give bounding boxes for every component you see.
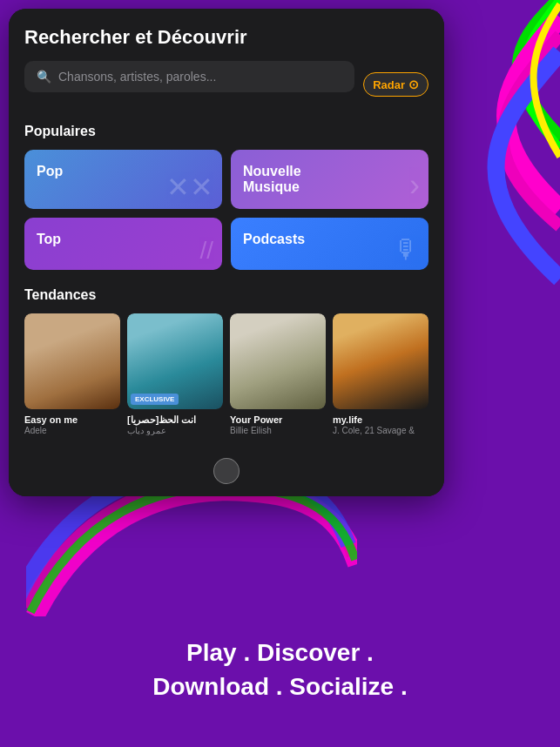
tagline-line1: Play . Discover . bbox=[35, 636, 525, 670]
trend-thumb-easy-on-me bbox=[24, 313, 120, 409]
trend-artist-easy-on-me: Adele bbox=[24, 426, 120, 435]
trend-thumb-arabic: EXCLUSIVE bbox=[127, 313, 223, 409]
trending-grid: Easy on me Adele EXCLUSIVE انت الحظ[حصري… bbox=[24, 313, 428, 435]
nouvelle-icon: › bbox=[409, 167, 420, 204]
radar-button[interactable]: Radar ⊙ bbox=[363, 72, 428, 97]
trend-item-easy-on-me[interactable]: Easy on me Adele bbox=[24, 313, 120, 435]
search-placeholder: Chansons, artistes, paroles... bbox=[58, 70, 342, 84]
genre-podcasts-label: Podcasts bbox=[243, 232, 305, 247]
device-screen: Rechercher et Découvrir 🔍 Chansons, arti… bbox=[9, 9, 444, 496]
device-frame: Rechercher et Découvrir 🔍 Chansons, arti… bbox=[9, 9, 444, 496]
genre-top-label: Top bbox=[37, 232, 61, 247]
home-button[interactable] bbox=[213, 458, 240, 484]
trends-section-title: Tendances bbox=[24, 287, 428, 303]
radar-label: Radar bbox=[373, 78, 405, 91]
search-icon: 🔍 bbox=[37, 70, 51, 84]
genre-pop-label: Pop bbox=[37, 164, 63, 179]
trend-item-arabic[interactable]: EXCLUSIVE انت الحظ[حصريا] عمرو دياب bbox=[127, 313, 223, 435]
trend-item-your-power[interactable]: Your Power Billie Eilish bbox=[230, 313, 326, 435]
trend-thumb-my-life bbox=[333, 313, 428, 409]
trend-title-arabic: انت الحظ[حصريا] bbox=[127, 414, 223, 426]
tagline-line2: Download . Socialize . bbox=[35, 670, 525, 703]
device-nav bbox=[213, 458, 240, 484]
radar-icon: ⊙ bbox=[408, 77, 419, 91]
search-bar[interactable]: 🔍 Chansons, artistes, paroles... bbox=[24, 61, 354, 92]
exclusive-badge: EXCLUSIVE bbox=[131, 394, 179, 405]
trend-title-your-power: Your Power bbox=[230, 414, 326, 426]
genre-card-top[interactable]: Top // bbox=[24, 218, 222, 270]
pop-icon: ✕✕ bbox=[166, 171, 213, 204]
genre-card-nouvelle[interactable]: NouvelleMusique › bbox=[231, 150, 428, 209]
trend-artist-your-power: Billie Eilish bbox=[230, 426, 326, 435]
trend-artist-my-life: J. Cole, 21 Savage & bbox=[333, 426, 428, 435]
page-title: Rechercher et Découvrir bbox=[24, 26, 428, 49]
trend-item-my-life[interactable]: my.life J. Cole, 21 Savage & bbox=[333, 313, 428, 435]
trend-title-easy-on-me: Easy on me bbox=[24, 414, 120, 426]
trend-title-my-life: my.life bbox=[333, 414, 428, 426]
genre-grid: Pop ✕✕ NouvelleMusique › Top // Podcasts… bbox=[24, 150, 428, 270]
search-row: 🔍 Chansons, artistes, paroles... Radar ⊙ bbox=[24, 61, 428, 108]
popular-section-title: Populaires bbox=[24, 124, 428, 139]
top-icon: // bbox=[199, 237, 213, 265]
podcasts-icon: 🎙 bbox=[394, 235, 420, 265]
genre-nouvelle-label: NouvelleMusique bbox=[243, 164, 301, 195]
bottom-tagline: Play . Discover . Download . Socialize . bbox=[0, 636, 560, 703]
genre-card-podcasts[interactable]: Podcasts 🎙 bbox=[231, 218, 428, 270]
trend-thumb-your-power bbox=[230, 313, 326, 409]
trend-artist-arabic: عمرو دياب bbox=[127, 426, 223, 435]
genre-card-pop[interactable]: Pop ✕✕ bbox=[24, 150, 222, 209]
